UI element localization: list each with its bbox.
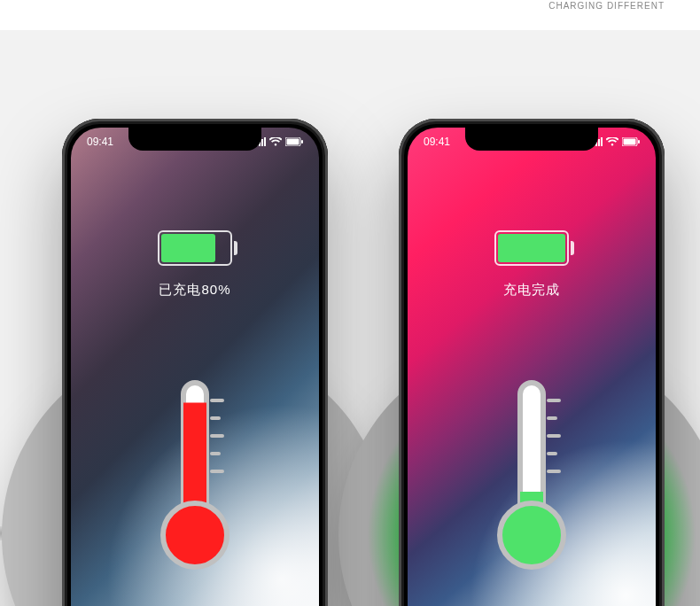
svg-point-18 bbox=[500, 503, 564, 567]
dock-row bbox=[408, 597, 656, 606]
status-time: 09:41 bbox=[424, 136, 450, 148]
battery-status-icon bbox=[622, 137, 640, 146]
charging-info: 充电完成 bbox=[408, 230, 656, 299]
phone-screen: 09:41 已充电80% bbox=[71, 128, 319, 606]
phone-screen: 09:41 充电完成 bbox=[408, 128, 656, 606]
phone-mockup: 09:41 充电完成 bbox=[399, 119, 665, 606]
battery-icon bbox=[158, 230, 232, 266]
svg-rect-1 bbox=[287, 139, 299, 145]
wifi-icon bbox=[606, 137, 618, 146]
battery-label: 充电完成 bbox=[408, 282, 656, 299]
charging-info: 已充电80% bbox=[71, 230, 319, 299]
svg-point-6 bbox=[163, 503, 227, 567]
header-caption: CHARGING DIFFERENT bbox=[548, 0, 665, 12]
svg-rect-14 bbox=[638, 140, 640, 144]
header-line-2: CHARGING DIFFERENT bbox=[548, 0, 665, 12]
dock-row bbox=[71, 597, 319, 606]
svg-rect-2 bbox=[301, 140, 303, 144]
svg-rect-13 bbox=[624, 139, 636, 145]
status-time: 09:41 bbox=[87, 136, 113, 148]
comparison-stage: 09:41 已充电80% bbox=[0, 30, 700, 606]
display-notch bbox=[128, 128, 261, 151]
battery-label: 已充电80% bbox=[71, 282, 319, 299]
battery-fill bbox=[498, 234, 565, 262]
display-notch bbox=[465, 128, 598, 151]
battery-status-icon bbox=[285, 137, 303, 146]
battery-icon bbox=[494, 230, 569, 266]
thermometer-icon bbox=[146, 376, 244, 571]
thermometer-icon bbox=[483, 376, 580, 571]
battery-fill bbox=[161, 234, 215, 262]
wifi-icon bbox=[269, 137, 282, 146]
phone-mockup: 09:41 已充电80% bbox=[62, 119, 328, 606]
